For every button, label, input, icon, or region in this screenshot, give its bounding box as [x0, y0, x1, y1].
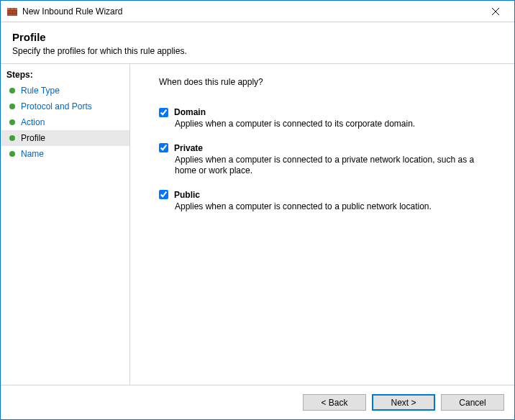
close-icon: [492, 8, 499, 15]
step-bullet-icon: [9, 151, 15, 157]
firewall-icon: [6, 6, 18, 17]
page-title: Profile: [12, 31, 503, 43]
step-label: Protocol and Ports: [21, 101, 92, 111]
back-button[interactable]: < Back: [303, 394, 366, 411]
wizard-header: Profile Specify the profiles for which t…: [1, 22, 514, 64]
svg-rect-8: [16, 11, 17, 13]
option-public: Public Applies when a computer is connec…: [159, 190, 497, 213]
step-bullet-icon: [9, 104, 15, 109]
step-label: Action: [21, 117, 45, 127]
desc-private: Applies when a computer is connected to …: [175, 155, 491, 177]
step-bullet-icon: [9, 135, 15, 141]
label-private[interactable]: Private: [174, 143, 203, 153]
checkbox-domain[interactable]: [159, 108, 168, 117]
step-action[interactable]: Action: [1, 114, 129, 130]
wizard-window: New Inbound Rule Wizard Profile Specify …: [0, 0, 515, 420]
label-domain[interactable]: Domain: [174, 107, 206, 117]
svg-rect-7: [12, 11, 13, 13]
next-button[interactable]: Next >: [372, 394, 435, 411]
step-bullet-icon: [9, 119, 15, 125]
step-bullet-icon: [9, 88, 15, 93]
step-label: Profile: [21, 133, 45, 143]
step-label: Name: [21, 149, 44, 159]
titlebar: New Inbound Rule Wizard: [1, 1, 514, 22]
checkbox-public[interactable]: [159, 190, 168, 199]
svg-rect-2: [7, 10, 17, 11]
option-domain: Domain Applies when a computer is connec…: [159, 107, 497, 130]
window-title: New Inbound Rule Wizard: [22, 6, 122, 17]
step-label: Rule Type: [21, 86, 60, 96]
steps-sidebar: Steps: Rule Type Protocol and Ports Acti…: [1, 64, 130, 385]
step-rule-type[interactable]: Rule Type: [1, 83, 129, 99]
wizard-footer: < Back Next > Cancel: [1, 385, 514, 419]
page-subtitle: Specify the profiles for which this rule…: [12, 46, 503, 56]
step-protocol-and-ports[interactable]: Protocol and Ports: [1, 99, 129, 114]
wizard-body: Steps: Rule Type Protocol and Ports Acti…: [1, 64, 514, 385]
svg-rect-5: [14, 8, 14, 10]
close-button[interactable]: [479, 1, 511, 22]
svg-rect-4: [10, 8, 11, 10]
steps-label: Steps:: [1, 68, 129, 83]
svg-rect-1: [7, 8, 17, 10]
svg-rect-3: [7, 13, 17, 14]
profile-question: When does this rule apply?: [159, 77, 497, 87]
cancel-button[interactable]: Cancel: [441, 394, 504, 411]
checkbox-private[interactable]: [159, 143, 168, 152]
label-public[interactable]: Public: [174, 190, 200, 200]
desc-domain: Applies when a computer is connected to …: [175, 119, 491, 130]
desc-public: Applies when a computer is connected to …: [175, 201, 491, 213]
main-panel: When does this rule apply? Domain Applie…: [130, 64, 514, 385]
option-private: Private Applies when a computer is conne…: [159, 143, 497, 177]
svg-rect-6: [9, 11, 9, 13]
step-name[interactable]: Name: [1, 146, 129, 162]
step-profile[interactable]: Profile: [1, 130, 129, 146]
